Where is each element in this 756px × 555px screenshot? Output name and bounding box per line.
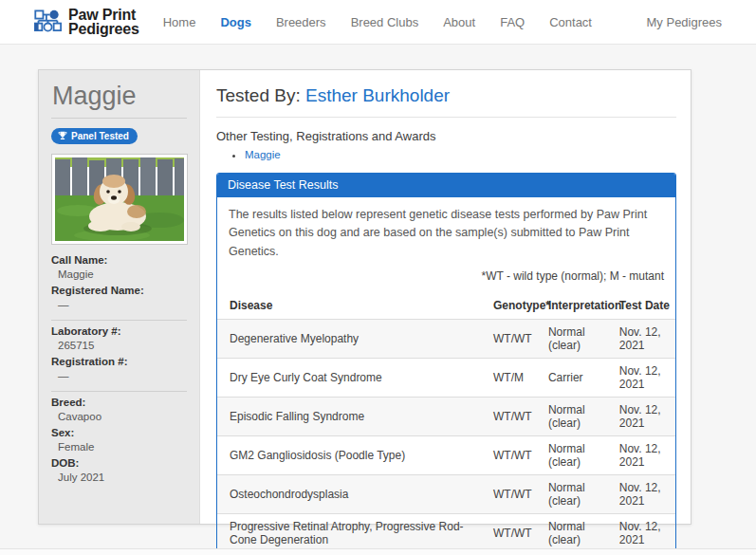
field-label: Registration #: [51, 356, 187, 367]
field-label: Breed: [51, 397, 187, 408]
field-label: Laboratory #: [51, 325, 187, 337]
table-cell: GM2 Gangliosidosis (Poodle Type) [217, 436, 488, 475]
panel-tested-badge: Panel Tested [51, 128, 138, 144]
field-value: 265715 [51, 340, 187, 351]
dog-link[interactable]: Maggie [245, 149, 281, 160]
nav-item-about[interactable]: About [431, 9, 488, 35]
divider [51, 320, 187, 321]
nav-item-contact[interactable]: Contact [537, 9, 604, 35]
dog-photo[interactable] [51, 154, 188, 245]
divider [51, 118, 187, 119]
table-row: Degenerative MyelopathyWT/WTNormal (clea… [217, 320, 675, 359]
panel-intro-text: The results listed below represent genet… [229, 206, 664, 261]
table-cell: Normal (clear) [543, 475, 614, 514]
table-cell: WT/WT [488, 436, 543, 475]
table-row: Episodic Falling SyndromeWT/WTNormal (cl… [217, 398, 675, 436]
table-cell: WT/WT [488, 514, 543, 553]
tested-by-label: Tested By: [216, 85, 301, 105]
panel-title: Disease Test Results [217, 174, 675, 197]
field-label: DOB: [51, 457, 187, 469]
table-cell: Nov. 12, 2021 [614, 514, 675, 553]
dog-photo-image [55, 157, 184, 241]
column-header: Genotype* [488, 292, 543, 320]
top-navbar: Paw Print Pedigrees HomeDogsBreedersBree… [0, 0, 756, 45]
table-cell: WT/M [488, 359, 543, 398]
brand-name: Paw Print Pedigrees [68, 8, 139, 36]
divider [216, 117, 676, 118]
dog-sidebar: Maggie Panel Tested [39, 70, 200, 524]
other-testing-heading: Other Testing, Registrations and Awards [216, 129, 676, 143]
table-cell: Osteochondrodysplasia [217, 475, 488, 514]
column-header: Test Date [614, 292, 675, 320]
divider [51, 391, 187, 392]
pedigree-logo-icon [34, 9, 62, 34]
nav-item-breeders[interactable]: Breeders [264, 9, 339, 35]
table-cell: Degenerative Myelopathy [217, 320, 488, 359]
table-cell: Normal (clear) [543, 320, 614, 359]
nav-links: HomeDogsBreedersBreed ClubsAboutFAQConta… [151, 9, 604, 35]
dog-details: Call Name:MaggieRegistered Name:—Laborat… [51, 254, 187, 483]
table-cell: Nov. 12, 2021 [614, 475, 675, 514]
nav-item-home[interactable]: Home [151, 9, 209, 35]
field-value: Female [51, 441, 187, 453]
table-cell: Nov. 12, 2021 [614, 436, 675, 475]
tested-by-heading: Tested By: Esther Burkholder [216, 85, 676, 106]
table-cell: Carrier [543, 359, 614, 398]
disease-results-panel: Disease Test Results The results listed … [216, 173, 676, 555]
table-cell: Normal (clear) [543, 514, 614, 553]
field-label: Registered Name: [51, 285, 187, 296]
badge-label: Panel Tested [71, 131, 129, 141]
table-cell: Normal (clear) [543, 436, 614, 475]
table-cell: WT/WT [488, 320, 543, 359]
table-row: OsteochondrodysplasiaWT/WTNormal (clear)… [217, 475, 675, 514]
nav-item-faq[interactable]: FAQ [488, 9, 537, 35]
table-cell: Episodic Falling Syndrome [217, 398, 488, 436]
table-row: Progressive Retinal Atrophy, Progressive… [217, 514, 675, 553]
table-cell: Dry Eye Curly Coat Syndrome [217, 359, 488, 398]
genotype-legend: *WT - wild type (normal); M - mutant [229, 269, 664, 283]
other-testing-list: Maggie [245, 149, 676, 160]
table-row: GM2 Gangliosidosis (Poodle Type)WT/WTNor… [217, 436, 675, 475]
footer-strip [0, 548, 756, 555]
column-header: Interpretation [543, 292, 614, 320]
field-value: July 2021 [51, 472, 187, 483]
brand-logo[interactable]: Paw Print Pedigrees [34, 8, 139, 36]
main-content: Tested By: Esther Burkholder Other Testi… [200, 70, 691, 524]
nav-item-breed-clubs[interactable]: Breed Clubs [339, 9, 432, 35]
table-cell: Progressive Retinal Atrophy, Progressive… [217, 514, 488, 553]
nav-item-dogs[interactable]: Dogs [208, 9, 264, 35]
panel-body: The results listed below represent genet… [217, 197, 675, 292]
tester-link[interactable]: Esther Burkholder [305, 85, 450, 105]
field-value: — [51, 299, 187, 310]
field-value: Cavapoo [51, 411, 187, 422]
dog-profile-card: Maggie Panel Tested [38, 69, 691, 525]
table-cell: WT/WT [488, 475, 543, 514]
trophy-icon [58, 131, 67, 140]
column-header: Disease [217, 292, 488, 320]
table-header-row: DiseaseGenotype*InterpretationTest Date [217, 292, 675, 320]
field-label: Sex: [51, 427, 187, 438]
field-value: — [51, 370, 187, 381]
table-body: Degenerative MyelopathyWT/WTNormal (clea… [217, 320, 675, 555]
field-value: Maggie [51, 268, 187, 280]
field-label: Call Name: [51, 254, 187, 266]
disease-results-table: DiseaseGenotype*InterpretationTest Date … [217, 292, 675, 555]
table-cell: WT/WT [488, 398, 543, 436]
table-cell: Normal (clear) [543, 398, 614, 436]
nav-item-my-pedigrees[interactable]: My Pedigrees [647, 15, 722, 29]
table-cell: Nov. 12, 2021 [614, 398, 675, 436]
list-item: Maggie [245, 149, 676, 160]
table-cell: Nov. 12, 2021 [614, 320, 675, 359]
table-row: Dry Eye Curly Coat SyndromeWT/MCarrierNo… [217, 359, 675, 398]
dog-name-heading: Maggie [52, 82, 187, 111]
table-cell: Nov. 12, 2021 [614, 359, 675, 398]
